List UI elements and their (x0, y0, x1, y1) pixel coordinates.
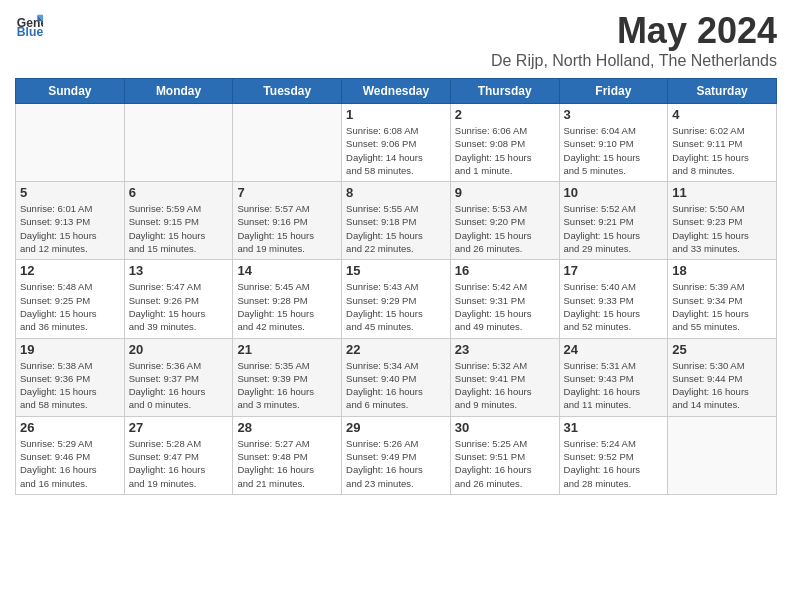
day-info: Sunrise: 6:01 AM Sunset: 9:13 PM Dayligh… (20, 202, 120, 255)
day-info: Sunrise: 5:59 AM Sunset: 9:15 PM Dayligh… (129, 202, 229, 255)
logo: General Blue (15, 10, 43, 38)
table-row: 15Sunrise: 5:43 AM Sunset: 9:29 PM Dayli… (342, 260, 451, 338)
table-row: 6Sunrise: 5:59 AM Sunset: 9:15 PM Daylig… (124, 182, 233, 260)
table-row: 18Sunrise: 5:39 AM Sunset: 9:34 PM Dayli… (668, 260, 777, 338)
day-info: Sunrise: 6:02 AM Sunset: 9:11 PM Dayligh… (672, 124, 772, 177)
table-row: 16Sunrise: 5:42 AM Sunset: 9:31 PM Dayli… (450, 260, 559, 338)
day-info: Sunrise: 5:53 AM Sunset: 9:20 PM Dayligh… (455, 202, 555, 255)
table-row: 31Sunrise: 5:24 AM Sunset: 9:52 PM Dayli… (559, 416, 668, 494)
day-number: 23 (455, 342, 555, 357)
table-row: 8Sunrise: 5:55 AM Sunset: 9:18 PM Daylig… (342, 182, 451, 260)
table-row (124, 104, 233, 182)
table-row: 25Sunrise: 5:30 AM Sunset: 9:44 PM Dayli… (668, 338, 777, 416)
day-info: Sunrise: 5:29 AM Sunset: 9:46 PM Dayligh… (20, 437, 120, 490)
day-info: Sunrise: 5:32 AM Sunset: 9:41 PM Dayligh… (455, 359, 555, 412)
day-info: Sunrise: 5:30 AM Sunset: 9:44 PM Dayligh… (672, 359, 772, 412)
table-row: 10Sunrise: 5:52 AM Sunset: 9:21 PM Dayli… (559, 182, 668, 260)
day-number: 6 (129, 185, 229, 200)
table-row: 28Sunrise: 5:27 AM Sunset: 9:48 PM Dayli… (233, 416, 342, 494)
table-row: 17Sunrise: 5:40 AM Sunset: 9:33 PM Dayli… (559, 260, 668, 338)
table-row: 27Sunrise: 5:28 AM Sunset: 9:47 PM Dayli… (124, 416, 233, 494)
calendar-table: Sunday Monday Tuesday Wednesday Thursday… (15, 78, 777, 495)
day-number: 18 (672, 263, 772, 278)
table-row: 19Sunrise: 5:38 AM Sunset: 9:36 PM Dayli… (16, 338, 125, 416)
day-number: 19 (20, 342, 120, 357)
title-area: May 2024 De Rijp, North Holland, The Net… (491, 10, 777, 70)
day-number: 30 (455, 420, 555, 435)
day-number: 21 (237, 342, 337, 357)
day-number: 1 (346, 107, 446, 122)
table-row: 14Sunrise: 5:45 AM Sunset: 9:28 PM Dayli… (233, 260, 342, 338)
col-saturday: Saturday (668, 79, 777, 104)
table-row: 24Sunrise: 5:31 AM Sunset: 9:43 PM Dayli… (559, 338, 668, 416)
day-number: 2 (455, 107, 555, 122)
calendar-week-row: 1Sunrise: 6:08 AM Sunset: 9:06 PM Daylig… (16, 104, 777, 182)
calendar-week-row: 19Sunrise: 5:38 AM Sunset: 9:36 PM Dayli… (16, 338, 777, 416)
calendar-week-row: 5Sunrise: 6:01 AM Sunset: 9:13 PM Daylig… (16, 182, 777, 260)
col-tuesday: Tuesday (233, 79, 342, 104)
day-info: Sunrise: 5:28 AM Sunset: 9:47 PM Dayligh… (129, 437, 229, 490)
day-info: Sunrise: 5:42 AM Sunset: 9:31 PM Dayligh… (455, 280, 555, 333)
day-number: 12 (20, 263, 120, 278)
col-sunday: Sunday (16, 79, 125, 104)
col-thursday: Thursday (450, 79, 559, 104)
day-info: Sunrise: 6:08 AM Sunset: 9:06 PM Dayligh… (346, 124, 446, 177)
day-number: 16 (455, 263, 555, 278)
day-number: 26 (20, 420, 120, 435)
table-row: 4Sunrise: 6:02 AM Sunset: 9:11 PM Daylig… (668, 104, 777, 182)
table-row: 30Sunrise: 5:25 AM Sunset: 9:51 PM Dayli… (450, 416, 559, 494)
day-info: Sunrise: 5:36 AM Sunset: 9:37 PM Dayligh… (129, 359, 229, 412)
day-number: 22 (346, 342, 446, 357)
day-info: Sunrise: 5:27 AM Sunset: 9:48 PM Dayligh… (237, 437, 337, 490)
table-row: 23Sunrise: 5:32 AM Sunset: 9:41 PM Dayli… (450, 338, 559, 416)
day-info: Sunrise: 5:31 AM Sunset: 9:43 PM Dayligh… (564, 359, 664, 412)
svg-text:Blue: Blue (17, 25, 43, 38)
day-info: Sunrise: 5:39 AM Sunset: 9:34 PM Dayligh… (672, 280, 772, 333)
day-info: Sunrise: 6:06 AM Sunset: 9:08 PM Dayligh… (455, 124, 555, 177)
day-info: Sunrise: 5:38 AM Sunset: 9:36 PM Dayligh… (20, 359, 120, 412)
day-number: 31 (564, 420, 664, 435)
day-info: Sunrise: 5:52 AM Sunset: 9:21 PM Dayligh… (564, 202, 664, 255)
table-row (668, 416, 777, 494)
table-row: 11Sunrise: 5:50 AM Sunset: 9:23 PM Dayli… (668, 182, 777, 260)
day-info: Sunrise: 5:40 AM Sunset: 9:33 PM Dayligh… (564, 280, 664, 333)
day-number: 9 (455, 185, 555, 200)
day-number: 27 (129, 420, 229, 435)
col-monday: Monday (124, 79, 233, 104)
day-number: 3 (564, 107, 664, 122)
day-number: 13 (129, 263, 229, 278)
table-row: 3Sunrise: 6:04 AM Sunset: 9:10 PM Daylig… (559, 104, 668, 182)
day-number: 15 (346, 263, 446, 278)
calendar-week-row: 12Sunrise: 5:48 AM Sunset: 9:25 PM Dayli… (16, 260, 777, 338)
day-info: Sunrise: 5:50 AM Sunset: 9:23 PM Dayligh… (672, 202, 772, 255)
page-header: General Blue May 2024 De Rijp, North Hol… (15, 10, 777, 70)
day-number: 5 (20, 185, 120, 200)
day-number: 10 (564, 185, 664, 200)
table-row: 9Sunrise: 5:53 AM Sunset: 9:20 PM Daylig… (450, 182, 559, 260)
day-info: Sunrise: 5:55 AM Sunset: 9:18 PM Dayligh… (346, 202, 446, 255)
table-row: 2Sunrise: 6:06 AM Sunset: 9:08 PM Daylig… (450, 104, 559, 182)
table-row: 1Sunrise: 6:08 AM Sunset: 9:06 PM Daylig… (342, 104, 451, 182)
table-row: 5Sunrise: 6:01 AM Sunset: 9:13 PM Daylig… (16, 182, 125, 260)
table-row: 7Sunrise: 5:57 AM Sunset: 9:16 PM Daylig… (233, 182, 342, 260)
calendar-week-row: 26Sunrise: 5:29 AM Sunset: 9:46 PM Dayli… (16, 416, 777, 494)
day-number: 14 (237, 263, 337, 278)
day-number: 7 (237, 185, 337, 200)
day-number: 8 (346, 185, 446, 200)
day-info: Sunrise: 5:34 AM Sunset: 9:40 PM Dayligh… (346, 359, 446, 412)
day-info: Sunrise: 5:26 AM Sunset: 9:49 PM Dayligh… (346, 437, 446, 490)
day-info: Sunrise: 5:48 AM Sunset: 9:25 PM Dayligh… (20, 280, 120, 333)
day-number: 24 (564, 342, 664, 357)
day-number: 20 (129, 342, 229, 357)
logo-icon: General Blue (15, 10, 43, 38)
day-number: 11 (672, 185, 772, 200)
day-info: Sunrise: 5:24 AM Sunset: 9:52 PM Dayligh… (564, 437, 664, 490)
table-row: 21Sunrise: 5:35 AM Sunset: 9:39 PM Dayli… (233, 338, 342, 416)
table-row: 26Sunrise: 5:29 AM Sunset: 9:46 PM Dayli… (16, 416, 125, 494)
location: De Rijp, North Holland, The Netherlands (491, 52, 777, 70)
day-number: 17 (564, 263, 664, 278)
month-title: May 2024 (491, 10, 777, 52)
calendar-header-row: Sunday Monday Tuesday Wednesday Thursday… (16, 79, 777, 104)
day-info: Sunrise: 5:43 AM Sunset: 9:29 PM Dayligh… (346, 280, 446, 333)
table-row (233, 104, 342, 182)
